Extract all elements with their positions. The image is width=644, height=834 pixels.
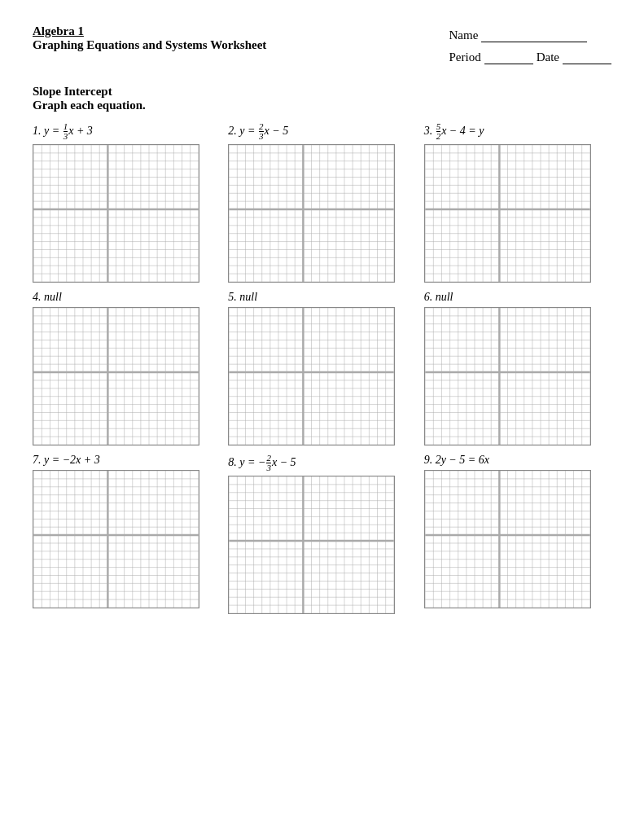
graph-cell-2: 2. y = 23x − 5 <box>228 122 415 283</box>
equation-label-6: 6. null <box>424 291 453 304</box>
equation-label-1: 1. y = 13x + 3 <box>33 122 93 141</box>
equation-label-3: 3. 52x − 4 = y <box>424 122 484 141</box>
graph-9 <box>424 470 591 608</box>
graph-cell-8: 8. y = −23x − 5 <box>228 454 415 614</box>
graph-cell-3: 3. 52x − 4 = y <box>424 122 611 283</box>
graph-7 <box>33 470 199 608</box>
graph-cell-1: 1. y = 13x + 3 <box>33 122 220 283</box>
graph-3 <box>424 144 591 283</box>
period-label: Period <box>449 46 481 68</box>
graph-cell-9: 9. 2y − 5 = 6x <box>424 454 611 614</box>
equation-label-9: 9. 2y − 5 = 6x <box>424 454 489 467</box>
equation-label-4: 4. null <box>33 291 62 304</box>
section-heading: Slope Intercept Graph each equation. <box>33 85 611 112</box>
graph-cell-5: 5. null <box>228 291 415 446</box>
graph-4 <box>33 307 199 446</box>
date-label: Date <box>537 46 559 68</box>
graph-8 <box>228 476 395 614</box>
page-header: Algebra 1 Graphing Equations and Systems… <box>33 24 611 68</box>
period-field[interactable] <box>484 51 533 64</box>
name-field[interactable] <box>481 29 587 42</box>
graph-6 <box>424 307 591 446</box>
equation-label-2: 2. y = 23x − 5 <box>228 122 288 141</box>
graph-1 <box>33 144 199 283</box>
graph-5 <box>228 307 395 446</box>
graph-2 <box>228 144 395 283</box>
equation-label-8: 8. y = −23x − 5 <box>228 454 296 472</box>
course-title: Algebra 1 <box>33 24 266 38</box>
worksheet-title: Graphing Equations and Systems Worksheet <box>33 38 266 52</box>
graphs-grid: 1. y = 13x + 3 2. y = 23x − 5 3. 52x − 4… <box>33 122 611 614</box>
graph-instruction: Graph each equation. <box>33 99 611 112</box>
graph-cell-6: 6. null <box>424 291 611 446</box>
equation-label-5: 5. null <box>228 291 257 304</box>
graph-cell-7: 7. y = −2x + 3 <box>33 454 220 614</box>
equation-label-7: 7. y = −2x + 3 <box>33 454 100 467</box>
slope-intercept-heading: Slope Intercept <box>33 85 611 99</box>
name-label: Name <box>449 24 479 46</box>
date-field[interactable] <box>563 51 611 64</box>
title-block: Algebra 1 Graphing Equations and Systems… <box>33 24 266 52</box>
name-block: Name Period Date <box>449 24 612 68</box>
graph-cell-4: 4. null <box>33 291 220 446</box>
